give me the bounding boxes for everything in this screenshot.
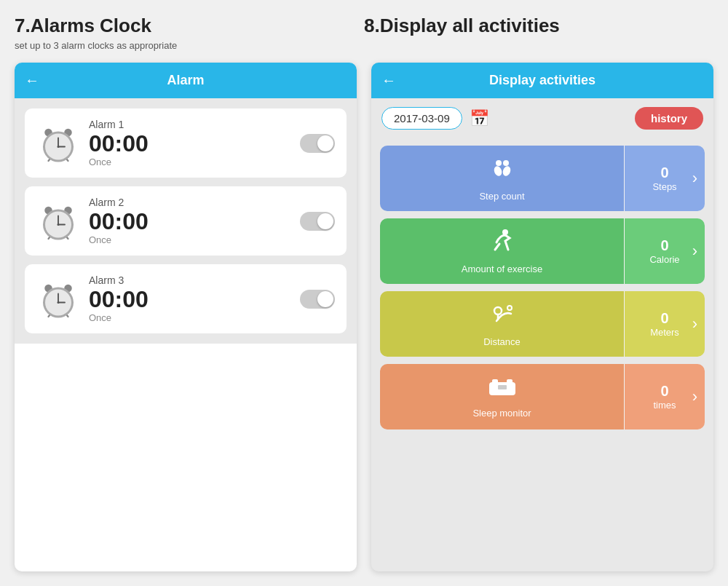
activity-value-3: 0 [660, 310, 668, 327]
activity-left-2: Amount of exercise [380, 218, 624, 284]
history-button[interactable]: history [635, 107, 703, 130]
alarm-time-2: 00:00 [89, 210, 291, 233]
alarm-name-2: Alarm 2 [89, 197, 291, 208]
alarm-info-1: Alarm 1 00:00 Once [89, 119, 291, 167]
alarm-header-title: Alarm [167, 73, 204, 88]
alarm-name-3: Alarm 3 [89, 274, 291, 286]
activity-card-3[interactable]: Distance 0 Meters › [380, 291, 705, 357]
alarm-info-3: Alarm 3 00:00 Once [89, 274, 291, 323]
alarm-toggle-1[interactable] [300, 134, 335, 153]
svg-point-17 [58, 223, 60, 226]
svg-rect-35 [492, 379, 498, 385]
activity-icon-4 [488, 375, 517, 403]
activity-icon-3 [489, 301, 515, 332]
activity-unit-2: Calorie [649, 254, 679, 265]
alarm-repeat-3: Once [89, 312, 291, 323]
activity-chevron-1: › [692, 169, 697, 188]
alarm-panel: ← Alarm Alarm 1 00:0 [15, 63, 357, 571]
activity-label-1: Step count [479, 191, 524, 202]
alarm-card-3: Alarm 3 00:00 Once [25, 264, 347, 333]
activity-cards: Step count 0 Steps › Amount of exercise … [371, 138, 713, 437]
alarm-back-arrow[interactable]: ← [25, 72, 39, 89]
alarm-time-1: 00:00 [89, 132, 291, 155]
svg-point-33 [507, 306, 512, 310]
svg-point-29 [496, 160, 502, 166]
activity-value-1: 0 [660, 165, 668, 181]
alarm-repeat-2: Once [89, 234, 291, 245]
alarm-header: ← Alarm [15, 63, 357, 98]
alarm-clock-icon-2 [36, 199, 80, 243]
activity-unit-3: Meters [650, 327, 679, 338]
alarm-time-3: 00:00 [89, 288, 291, 311]
activity-left-4: Sleep monitor [380, 364, 624, 429]
activity-card-4[interactable]: Sleep monitor 0 times › [380, 364, 705, 429]
activity-unit-4: times [653, 400, 676, 411]
svg-point-30 [503, 160, 509, 166]
calendar-icon[interactable]: 📅 [470, 109, 489, 128]
activities-header-title: Display activities [489, 73, 596, 88]
activity-label-2: Amount of exercise [462, 264, 542, 274]
activity-left-3: Distance [380, 291, 624, 357]
svg-point-28 [501, 165, 511, 178]
svg-point-32 [494, 307, 502, 314]
activity-chevron-2: › [692, 242, 697, 261]
left-section-title: 7.Alarms Clock [15, 15, 357, 37]
activity-unit-1: Steps [652, 181, 676, 192]
alarm-info-2: Alarm 2 00:00 Once [89, 197, 291, 245]
activities-back-arrow[interactable]: ← [381, 72, 396, 89]
date-input[interactable]: 2017-03-09 [381, 107, 462, 130]
svg-rect-36 [507, 379, 513, 385]
activity-chevron-4: › [692, 387, 697, 406]
alarm-phone-frame: ← Alarm Alarm 1 00:0 [15, 63, 357, 571]
alarm-toggle-3[interactable] [300, 290, 335, 309]
svg-point-8 [58, 146, 60, 148]
activity-left-1: Step count [380, 146, 624, 211]
alarm-name-1: Alarm 1 [89, 119, 291, 130]
activity-value-4: 0 [660, 383, 668, 400]
activity-icon-2 [489, 228, 515, 259]
svg-point-27 [492, 165, 502, 178]
alarm-list: Alarm 1 00:00 Once Alar [15, 98, 357, 344]
alarm-repeat-1: Once [89, 157, 291, 167]
activity-right-4: 0 times › [625, 364, 705, 429]
left-section-subtitle: set up to 3 alarm clocks as appropriate [15, 40, 357, 51]
right-section-title: 8.Display all activities [364, 15, 706, 37]
activity-chevron-3: › [692, 314, 697, 333]
activities-panel: ← Display activities 2017-03-09 📅 histor… [371, 63, 713, 571]
svg-point-26 [58, 301, 60, 304]
activity-icon-1 [489, 155, 515, 186]
activity-value-2: 0 [660, 237, 668, 254]
activity-right-3: 0 Meters › [625, 291, 705, 357]
activities-header: ← Display activities [371, 63, 713, 98]
alarm-clock-icon-1 [36, 122, 80, 165]
date-bar: 2017-03-09 📅 history [371, 98, 713, 138]
activities-frame: ← Display activities 2017-03-09 📅 histor… [371, 63, 713, 571]
activity-right-2: 0 Calorie › [625, 218, 705, 284]
alarm-clock-icon-3 [36, 277, 80, 321]
svg-rect-37 [498, 385, 507, 389]
alarm-toggle-2[interactable] [300, 212, 335, 231]
activity-label-3: Distance [483, 336, 521, 347]
activity-right-1: 0 Steps › [625, 146, 705, 211]
alarm-card-1: Alarm 1 00:00 Once [25, 108, 347, 178]
activity-label-4: Sleep monitor [472, 408, 531, 419]
alarm-card-2: Alarm 2 00:00 Once [25, 186, 347, 256]
activity-card-1[interactable]: Step count 0 Steps › [380, 146, 705, 211]
activity-card-2[interactable]: Amount of exercise 0 Calorie › [380, 218, 705, 284]
